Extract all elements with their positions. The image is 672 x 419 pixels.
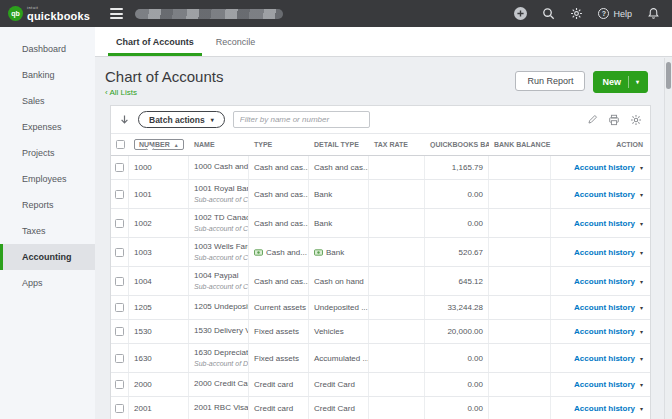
- account-history-link[interactable]: Account history: [574, 163, 635, 172]
- sidebar-item-dashboard[interactable]: Dashboard: [0, 36, 95, 62]
- collapse-arrow-icon[interactable]: [119, 114, 130, 126]
- help-button[interactable]: ? Help: [598, 8, 632, 19]
- settings-gear-icon[interactable]: [570, 7, 583, 20]
- action-caret-icon[interactable]: ▾: [640, 304, 643, 311]
- account-name-cell: 1000 Cash and ca: [189, 156, 249, 179]
- action-caret-icon[interactable]: ▾: [640, 381, 643, 388]
- scrollbar-thumb[interactable]: [666, 62, 671, 89]
- new-caret-icon: ▾: [636, 79, 639, 85]
- button-divider: [628, 76, 629, 88]
- action-caret-icon[interactable]: ▾: [640, 191, 643, 198]
- account-history-link[interactable]: Account history: [574, 404, 635, 413]
- bank-balance: [489, 180, 551, 208]
- row-checkbox[interactable]: [115, 303, 124, 312]
- quickbooks-logo[interactable]: qb intuit quickbooks: [8, 6, 90, 22]
- tab-reconcile[interactable]: Reconcile: [205, 27, 267, 56]
- quickbooks-logo-icon: qb: [8, 6, 23, 21]
- account-type-cell: Fixed assets: [249, 344, 309, 372]
- bank-balance: [489, 209, 551, 237]
- new-button[interactable]: New ▾: [593, 71, 648, 93]
- column-header-name[interactable]: NAME: [189, 141, 249, 148]
- quickbooks-balance: 520.67: [425, 238, 489, 266]
- account-history-link[interactable]: Account history: [574, 277, 635, 286]
- sidebar-item-reports[interactable]: Reports: [0, 192, 95, 218]
- table-settings-gear-icon[interactable]: [630, 114, 642, 126]
- sidebar-item-banking[interactable]: Banking: [0, 62, 95, 88]
- table-row: 2000 2000 Credit Card Credit card Credit…: [111, 373, 650, 397]
- account-type: Cash and cas...: [254, 163, 309, 172]
- tax-rate: [369, 344, 425, 372]
- sub-account-note: Sub-account of C: [194, 195, 248, 204]
- quickbooks-balance: 0.00: [425, 344, 489, 372]
- account-name-cell: 2000 Credit Card: [189, 373, 249, 396]
- edit-pencil-icon[interactable]: [587, 114, 598, 125]
- sub-account-note: Sub-account of C: [194, 253, 248, 262]
- column-header-number[interactable]: NUMBER ▲: [134, 139, 184, 150]
- page-title: Chart of Accounts: [105, 68, 223, 85]
- column-header-quickbooks-balance[interactable]: QUICKBOOKS BA: [425, 141, 489, 148]
- bank-balance: [489, 296, 551, 319]
- detail-type: Bank: [314, 219, 332, 228]
- topbar-actions: ? Help: [514, 7, 660, 20]
- action-caret-icon[interactable]: ▾: [640, 405, 643, 412]
- row-checkbox[interactable]: [115, 354, 124, 363]
- action-caret-icon[interactable]: ▾: [640, 220, 643, 227]
- sidebar-item-apps[interactable]: Apps: [0, 270, 95, 296]
- action-caret-icon[interactable]: ▾: [640, 164, 643, 171]
- create-plus-icon[interactable]: [514, 7, 527, 20]
- action-caret-icon[interactable]: ▾: [640, 249, 643, 256]
- search-icon[interactable]: [542, 7, 555, 20]
- row-checkbox[interactable]: [115, 190, 124, 199]
- account-history-link[interactable]: Account history: [574, 354, 635, 363]
- account-name: 1003 Wells Fargo: [194, 242, 249, 252]
- row-checkbox[interactable]: [115, 277, 124, 286]
- tax-rate: [369, 209, 425, 237]
- sidebar-item-employees[interactable]: Employees: [0, 166, 95, 192]
- row-checkbox[interactable]: [115, 163, 124, 172]
- detail-type: Bank: [314, 190, 332, 199]
- row-checkbox[interactable]: [115, 327, 124, 336]
- tab-bar: Chart of Accounts Reconcile: [95, 27, 672, 57]
- action-cell: Account history ▾: [551, 156, 650, 179]
- tab-chart-of-accounts[interactable]: Chart of Accounts: [105, 27, 205, 56]
- sidebar-item-accounting[interactable]: Accounting: [0, 244, 95, 270]
- account-number: 1004: [129, 267, 189, 295]
- select-all-checkbox[interactable]: [116, 140, 125, 149]
- batch-actions-button[interactable]: Batch actions ▾: [138, 111, 225, 128]
- account-type-cell: Cash and cas...: [249, 267, 309, 295]
- account-history-link[interactable]: Account history: [574, 303, 635, 312]
- column-header-detail-type[interactable]: DETAIL TYPE: [309, 141, 369, 148]
- column-header-tax-rate[interactable]: TAX RATE: [369, 141, 425, 148]
- row-checkbox[interactable]: [115, 248, 124, 257]
- account-history-link[interactable]: Account history: [574, 327, 635, 336]
- account-name: 2000 Credit Card: [194, 379, 249, 389]
- sidebar-item-projects[interactable]: Projects: [0, 140, 95, 166]
- action-caret-icon[interactable]: ▾: [640, 278, 643, 285]
- row-checkbox[interactable]: [115, 380, 124, 389]
- row-checkbox[interactable]: [115, 404, 124, 413]
- row-checkbox[interactable]: [115, 219, 124, 228]
- hamburger-menu-icon[interactable]: [110, 8, 123, 19]
- notifications-bell-icon[interactable]: [647, 7, 660, 20]
- table-toolbar: Batch actions ▾: [111, 106, 650, 133]
- action-caret-icon[interactable]: ▾: [640, 355, 643, 362]
- account-history-link[interactable]: Account history: [574, 190, 635, 199]
- vertical-scrollbar[interactable]: [664, 58, 672, 419]
- print-icon[interactable]: [608, 114, 620, 126]
- sidebar-item-sales[interactable]: Sales: [0, 88, 95, 114]
- column-header-type[interactable]: TYPE: [249, 141, 309, 148]
- quickbooks-balance: 0.00: [425, 373, 489, 396]
- sidebar-item-expenses[interactable]: Expenses: [0, 114, 95, 140]
- action-caret-icon[interactable]: ▾: [640, 328, 643, 335]
- action-cell: Account history ▾: [551, 238, 650, 266]
- account-number: 1630: [129, 344, 189, 372]
- account-history-link[interactable]: Account history: [574, 248, 635, 257]
- sidebar-item-taxes[interactable]: Taxes: [0, 218, 95, 244]
- column-header-bank-balance[interactable]: BANK BALANCE: [489, 141, 551, 148]
- all-lists-link[interactable]: ‹ All Lists: [105, 88, 223, 97]
- table-tools: [587, 114, 642, 126]
- account-history-link[interactable]: Account history: [574, 219, 635, 228]
- account-history-link[interactable]: Account history: [574, 380, 635, 389]
- filter-input[interactable]: [233, 111, 370, 128]
- run-report-button[interactable]: Run Report: [515, 71, 585, 91]
